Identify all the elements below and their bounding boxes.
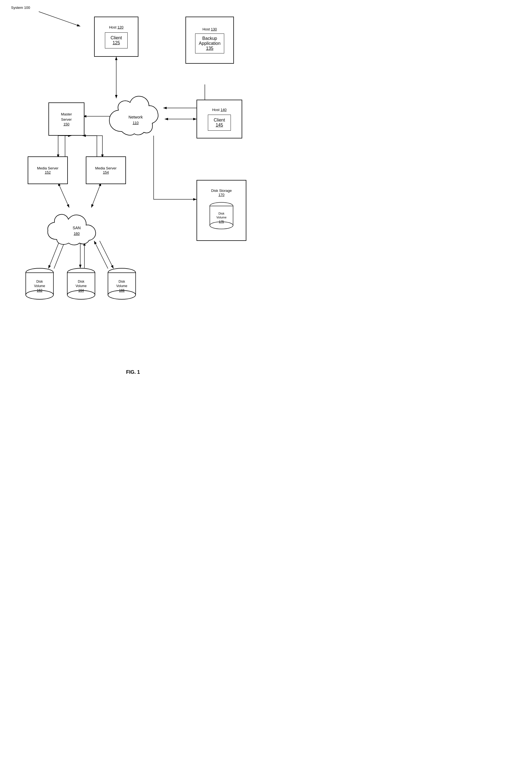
svg-text:166: 166 <box>119 288 125 292</box>
media154-san-arrow <box>91 183 101 208</box>
media152-label: Media Server <box>37 166 58 170</box>
master-media154-down <box>82 136 103 158</box>
svg-text:Volume: Volume <box>76 284 87 288</box>
host130-subnumber: 135 <box>199 46 220 51</box>
system-pointer <box>39 12 80 26</box>
host120-sublabel: Client <box>111 35 122 40</box>
host140-inner-box: Client 145 <box>208 115 231 131</box>
svg-text:Volume: Volume <box>216 216 227 219</box>
media152-number: 152 <box>45 170 51 174</box>
host140-subnumber: 145 <box>214 123 225 128</box>
diagram: System 100 <box>0 0 266 379</box>
master-media152-down <box>58 136 69 158</box>
host130-inner-box: BackupApplication 135 <box>195 34 224 53</box>
system-label: System 100 <box>11 5 30 10</box>
host120-box: Host 120 Client 125 <box>94 16 138 57</box>
host140-label: Host 140 <box>212 108 227 112</box>
media152-box: Media Server 152 <box>28 156 68 184</box>
dv175-cylinder-svg: Disk Volume 175 <box>208 199 235 232</box>
master150-box: MasterServer 150 <box>48 102 84 136</box>
svg-text:175: 175 <box>219 220 224 223</box>
host140-box: Host 140 Client 145 <box>197 100 242 138</box>
media154-label: Media Server <box>95 166 117 170</box>
diskstorage170-label: Disk Storage <box>211 189 232 193</box>
host130-sublabel: BackupApplication <box>199 36 220 46</box>
svg-text:Disk: Disk <box>218 212 224 215</box>
dv162-cylinder: Disk Volume 162 <box>22 266 57 304</box>
host130-box: Host 130 BackupApplication 135 <box>186 16 234 64</box>
svg-text:162: 162 <box>37 288 42 292</box>
master150-label: MasterServer <box>61 112 72 122</box>
host130-label: Host 130 <box>202 27 217 32</box>
media154-box: Media Server 154 <box>86 156 126 184</box>
media154-master-up <box>82 136 97 158</box>
host120-subnumber: 125 <box>111 40 122 45</box>
media154-number: 154 <box>103 170 109 174</box>
svg-text:Network: Network <box>128 115 143 119</box>
network110-cloud: Network 110 <box>105 89 166 142</box>
svg-text:SAN: SAN <box>73 225 81 230</box>
host140-sublabel: Client <box>214 118 225 123</box>
host120-inner-box: Client 125 <box>105 32 128 48</box>
svg-text:Disk: Disk <box>36 280 43 284</box>
diskstorage170-number: 170 <box>218 193 224 197</box>
dv164-cylinder: Disk Volume 164 <box>63 266 99 304</box>
svg-text:160: 160 <box>74 232 80 236</box>
svg-text:Volume: Volume <box>34 284 45 288</box>
system-title-text: System 100 <box>11 5 30 10</box>
master150-number: 150 <box>64 122 70 126</box>
svg-text:Disk: Disk <box>119 280 125 284</box>
network-diskstorage-arrow <box>154 136 197 199</box>
media152-master-up <box>65 136 71 158</box>
svg-text:164: 164 <box>78 288 84 292</box>
media152-san-arrow <box>58 183 69 208</box>
svg-text:Volume: Volume <box>116 284 127 288</box>
host120-label: Host 120 <box>109 25 123 30</box>
diskstorage170-box: Disk Storage 170 Disk Volume 175 <box>197 180 246 241</box>
fig-label: FIG. 1 <box>0 369 266 375</box>
dv166-cylinder: Disk Volume 166 <box>104 266 140 304</box>
san160-cloud: SAN 160 <box>46 205 109 249</box>
svg-text:Disk: Disk <box>78 280 84 284</box>
svg-text:110: 110 <box>133 121 139 125</box>
